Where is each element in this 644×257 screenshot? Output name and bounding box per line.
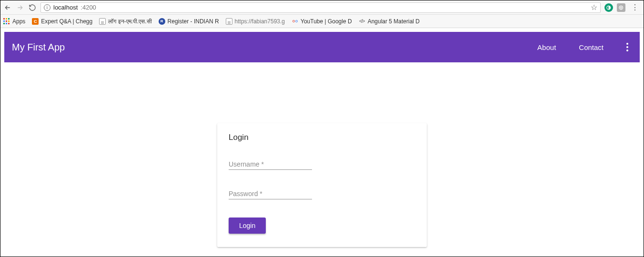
bookmarks-bar: Apps C Expert Q&A | Chegg लॉग इन-एम.पी.ए… xyxy=(0,15,644,28)
bookmark-label: Register - INDIAN R xyxy=(168,18,219,25)
bookmark-label: https://fabian7593.g xyxy=(235,18,285,25)
browser-toolbar: i localhost:4200 ☆ ◑ ◎ ⋮ xyxy=(0,0,644,15)
back-button[interactable] xyxy=(3,3,12,12)
bookmark-label: लॉग इन-एम.पी.एस.सी xyxy=(108,18,151,25)
nav-about-link[interactable]: About xyxy=(537,43,556,51)
bookmark-item[interactable]: YouTube | Google D xyxy=(292,18,352,25)
apps-grid-icon xyxy=(3,18,10,25)
bookmark-label: Angular 5 Material D xyxy=(368,18,420,25)
site-info-icon[interactable]: i xyxy=(44,4,50,11)
bookmark-item[interactable]: https://fabian7593.g xyxy=(226,18,285,25)
address-bar[interactable]: i localhost:4200 ☆ xyxy=(40,2,601,13)
password-input[interactable] xyxy=(229,188,312,199)
favicon-icon: R xyxy=(159,18,165,25)
login-card: Login Login xyxy=(217,123,427,247)
username-input[interactable] xyxy=(229,158,312,170)
app-toolbar: My First App About Contact xyxy=(4,32,640,62)
bookmark-item[interactable]: लॉग इन-एम.पी.एस.सी xyxy=(99,18,151,25)
url-host: localhost xyxy=(53,4,78,11)
password-field xyxy=(229,188,312,199)
extension-icon[interactable]: ◎ xyxy=(617,3,625,12)
bookmarks-apps-label: Apps xyxy=(12,18,25,25)
bookmark-star-icon[interactable]: ☆ xyxy=(591,3,597,12)
favicon-icon xyxy=(99,18,106,25)
nav-contact-link[interactable]: Contact xyxy=(579,43,604,51)
reload-button[interactable] xyxy=(28,3,37,12)
login-heading: Login xyxy=(229,133,415,142)
favicon-icon xyxy=(226,18,232,25)
bookmark-label: Expert Q&A | Chegg xyxy=(41,18,92,25)
extension-icon[interactable]: ◑ xyxy=(604,3,613,12)
login-button[interactable]: Login xyxy=(229,217,266,234)
url-port: :4200 xyxy=(80,4,96,11)
bookmark-item[interactable]: C Expert Q&A | Chegg xyxy=(32,18,92,25)
username-field xyxy=(229,158,312,170)
app-viewport: My First App About Contact Login Login xyxy=(0,28,644,257)
forward-button[interactable] xyxy=(16,3,24,12)
apps-shortcut[interactable]: Apps xyxy=(3,18,25,25)
favicon-icon: C xyxy=(32,18,39,25)
favicon-icon xyxy=(292,18,298,25)
toolbar-menu-icon[interactable] xyxy=(623,43,632,51)
favicon-icon: </> xyxy=(359,18,365,25)
chrome-menu-icon[interactable]: ⋮ xyxy=(629,3,641,12)
app-title: My First App xyxy=(12,42,65,53)
bookmark-label: YouTube | Google D xyxy=(301,18,352,25)
bookmark-item[interactable]: R Register - INDIAN R xyxy=(159,18,219,25)
bookmark-item[interactable]: </> Angular 5 Material D xyxy=(359,18,420,25)
